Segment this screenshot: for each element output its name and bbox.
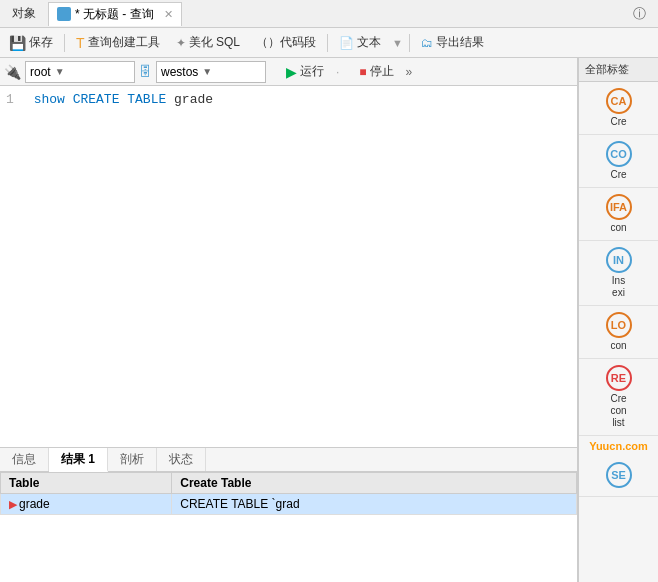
stop-button[interactable]: ■ 停止 (351, 61, 401, 82)
table-header-row: Table Create Table (1, 473, 577, 494)
sidebar-item-co[interactable]: CO Cre (579, 135, 658, 188)
text-dropdown-arrow[interactable]: ▼ (392, 37, 403, 49)
beautify-icon: ✦ (176, 36, 186, 50)
query-tab-icon (57, 7, 71, 21)
beautify-button[interactable]: ✦ 美化 SQL (171, 32, 245, 53)
query-tool-icon: T (76, 35, 85, 51)
conn-dropdown-arrow: ▼ (55, 66, 65, 77)
snippet-label-in: Insexi (612, 275, 625, 299)
sidebar-item-lo[interactable]: LO con (579, 306, 658, 359)
toolbar-separator (64, 34, 65, 52)
run-icon: ▶ (286, 64, 297, 80)
line-number-1: 1 (6, 92, 14, 107)
snippet-label-ca: Cre (610, 116, 626, 128)
connection-select[interactable]: root ▼ (25, 61, 135, 83)
sql-editor[interactable]: 1 show CREATE TABLE grade (0, 86, 577, 447)
code-block-button[interactable]: （）代码段 (251, 32, 321, 53)
cell-indicator-name: ▶grade (1, 494, 172, 515)
sidebar-header: 全部标签 (579, 58, 658, 82)
snippet-icon-ca: CA (606, 88, 632, 114)
sql-table-name: grade (174, 92, 213, 107)
text-button[interactable]: 📄 文本 (334, 32, 386, 53)
run-sep: · (336, 65, 339, 79)
cell-create-table: CREATE TABLE `grad (172, 494, 577, 515)
col-header-table: Table (1, 473, 172, 494)
stop-icon: ■ (359, 65, 366, 79)
beautify-label: 美化 SQL (189, 34, 240, 51)
save-button[interactable]: 💾 保存 (4, 32, 58, 53)
left-panel: 🔌 root ▼ 🗄 westos ▼ ▶ 运行 · ■ 停止 » 1 (0, 58, 578, 582)
snippet-icon-ifa: IFA (606, 194, 632, 220)
toolbar-separator2 (327, 34, 328, 52)
snippet-icon-co: CO (606, 141, 632, 167)
obj-label: 对象 (4, 1, 44, 26)
save-label: 保存 (29, 34, 53, 51)
bottom-tabs: 信息 结果 1 剖析 状态 (0, 448, 577, 472)
snippet-icon-lo: LO (606, 312, 632, 338)
bottom-panel: 信息 结果 1 剖析 状态 这里可以复制 ↙ Table Create Tabl… (0, 447, 577, 582)
sidebar-item-in[interactable]: IN Insexi (579, 241, 658, 306)
title-bar: 对象 * 无标题 - 查询 ✕ ⓘ (0, 0, 658, 28)
col-header-create-table: Create Table (172, 473, 577, 494)
more-options-button[interactable]: » (406, 65, 413, 79)
toolbar-separator3 (409, 34, 410, 52)
sql-keyword-table: TABLE (127, 92, 174, 107)
snippet-icon-in: IN (606, 247, 632, 273)
sidebar-item-ifa[interactable]: IFA con (579, 188, 658, 241)
main-area: 🔌 root ▼ 🗄 westos ▼ ▶ 运行 · ■ 停止 » 1 (0, 58, 658, 582)
data-table: Table Create Table ▶grade CREATE TABLE `… (0, 472, 577, 515)
snippet-label-lo: con (610, 340, 626, 352)
query-tab-label: * 无标题 - 查询 (75, 6, 154, 23)
db-name: westos (161, 65, 198, 79)
run-label: 运行 (300, 63, 324, 80)
conn-icon: 🔌 (4, 64, 21, 80)
snippet-label-co: Cre (610, 169, 626, 181)
query-tool-button[interactable]: T 查询创建工具 (71, 32, 165, 53)
run-button[interactable]: ▶ 运行 (278, 61, 332, 82)
tab-analyze[interactable]: 剖析 (108, 448, 157, 471)
export-icon: 🗂 (421, 36, 433, 50)
conn-name: root (30, 65, 51, 79)
text-label: 文本 (357, 34, 381, 51)
snippet-label-re: Creconlist (610, 393, 626, 429)
export-label: 导出结果 (436, 34, 484, 51)
conn-bar: 🔌 root ▼ 🗄 westos ▼ ▶ 运行 · ■ 停止 » (0, 58, 577, 86)
sidebar-item-ca[interactable]: CA Cre (579, 82, 658, 135)
result-table: 这里可以复制 ↙ Table Create Table ▶grade (0, 472, 577, 582)
query-tab[interactable]: * 无标题 - 查询 ✕ (48, 2, 182, 26)
stop-label: 停止 (370, 63, 394, 80)
database-select[interactable]: westos ▼ (156, 61, 266, 83)
save-icon: 💾 (9, 35, 26, 51)
snippet-icon-re: RE (606, 365, 632, 391)
info-icon[interactable]: ⓘ (633, 5, 654, 23)
watermark: Yuucn.com (579, 436, 658, 456)
right-sidebar: 全部标签 CA Cre CO Cre IFA con IN Insexi LO … (578, 58, 658, 582)
db-icon: 🗄 (139, 64, 152, 79)
close-tab-button[interactable]: ✕ (164, 8, 173, 21)
row-indicator: ▶ (9, 498, 17, 510)
sidebar-item-re[interactable]: RE Creconlist (579, 359, 658, 436)
sql-keyword-show: show (34, 92, 73, 107)
toolbar: 💾 保存 T 查询创建工具 ✦ 美化 SQL （）代码段 📄 文本 ▼ 🗂 导出… (0, 28, 658, 58)
snippet-icon-se: SE (606, 462, 632, 488)
query-tool-label: 查询创建工具 (88, 34, 160, 51)
export-button[interactable]: 🗂 导出结果 (416, 32, 489, 53)
sidebar-item-se[interactable]: SE (579, 456, 658, 497)
text-icon: 📄 (339, 36, 354, 50)
tab-result1[interactable]: 结果 1 (49, 448, 108, 472)
snippet-label-ifa: con (610, 222, 626, 234)
db-dropdown-arrow: ▼ (202, 66, 212, 77)
tab-info[interactable]: 信息 (0, 448, 49, 471)
sql-keyword-create: CREATE (73, 92, 128, 107)
code-block-label: （）代码段 (256, 34, 316, 51)
tab-status[interactable]: 状态 (157, 448, 206, 471)
table-row[interactable]: ▶grade CREATE TABLE `grad (1, 494, 577, 515)
